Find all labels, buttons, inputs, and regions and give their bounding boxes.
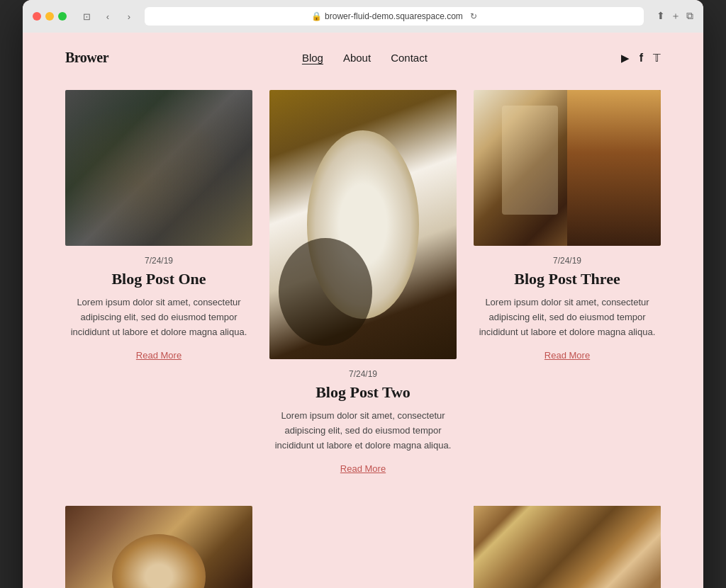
new-tab-icon[interactable]: ＋: [671, 10, 681, 23]
close-button[interactable]: [33, 12, 41, 21]
post1-excerpt: Lorem ipsum dolor sit amet, consectetur …: [68, 295, 250, 339]
sidebar-toggle-button[interactable]: ⊡: [78, 8, 95, 25]
forward-button[interactable]: ›: [121, 8, 138, 25]
youtube-icon[interactable]: ▶: [621, 52, 630, 64]
post2-body: 7/24/19 Blog Post Two Lorem ipsum dolor …: [269, 359, 457, 477]
url-text: brower-fluid-demo.squarespace.com: [325, 11, 463, 21]
address-bar[interactable]: 🔒 brower-fluid-demo.squarespace.com ↻: [145, 7, 644, 26]
post4-image: [65, 506, 252, 588]
facebook-icon[interactable]: f: [640, 52, 643, 64]
blog-card-1: 7/24/19 Blog Post One Lorem ipsum dolor …: [65, 90, 252, 477]
post1-body: 7/24/19 Blog Post One Lorem ipsum dolor …: [65, 246, 252, 364]
blog-card-3: 7/24/19 Blog Post Three Lorem ipsum dolo…: [474, 90, 661, 477]
back-button[interactable]: ‹: [99, 8, 116, 25]
nav-blog[interactable]: Blog: [302, 52, 323, 64]
tabs-icon[interactable]: ⧉: [686, 10, 693, 23]
post1-date: 7/24/19: [68, 256, 250, 266]
post3-date: 7/24/19: [476, 256, 658, 266]
post1-title: Blog Post One: [68, 270, 250, 288]
browser-window: ⊡ ‹ › 🔒 brower-fluid-demo.squarespace.co…: [23, 0, 703, 588]
center-spacer: [269, 506, 457, 588]
post1-image: [65, 90, 252, 246]
post3-read-more[interactable]: Read More: [544, 350, 590, 361]
post2-title: Blog Post Two: [272, 383, 454, 402]
post2-date: 7/24/19: [272, 369, 454, 379]
post2-image: [269, 90, 457, 359]
post3-body: 7/24/19 Blog Post Three Lorem ipsum dolo…: [474, 246, 661, 364]
nav-about[interactable]: About: [343, 52, 371, 64]
blog-card-2: 7/24/19 Blog Post Two Lorem ipsum dolor …: [269, 90, 457, 477]
blog-grid-top: 7/24/19 Blog Post One Lorem ipsum dolor …: [23, 83, 703, 506]
site-brand[interactable]: Brower: [65, 50, 108, 66]
twitter-icon[interactable]: 𝕋: [653, 52, 661, 64]
traffic-lights: [33, 12, 67, 21]
social-icons: ▶ f 𝕋: [621, 52, 661, 64]
reload-icon[interactable]: ↻: [470, 11, 477, 21]
maximize-button[interactable]: [58, 12, 67, 21]
post3-image: [474, 90, 661, 246]
browser-chrome: ⊡ ‹ › 🔒 brower-fluid-demo.squarespace.co…: [23, 0, 703, 33]
browser-controls: ⊡ ‹ ›: [78, 8, 138, 25]
post3-excerpt: Lorem ipsum dolor sit amet, consectetur …: [476, 295, 658, 339]
browser-actions: ⬆ ＋ ⧉: [657, 10, 693, 23]
post1-read-more[interactable]: Read More: [136, 350, 182, 361]
post2-excerpt: Lorem ipsum dolor sit amet, consectetur …: [272, 409, 454, 453]
squarespace-banner-card: Create A Site Like This Free trial. Inst…: [474, 506, 661, 588]
nav-contact[interactable]: Contact: [391, 52, 428, 64]
minimize-button[interactable]: [45, 12, 54, 21]
nav-links: Blog About Contact: [302, 52, 428, 64]
squarespace-banner[interactable]: Create A Site Like This Free trial. Inst…: [474, 506, 661, 588]
page-content: Brower Blog About Contact ▶ f 𝕋 7/24/19: [23, 33, 703, 588]
bottom-row: Create A Site Like This Free trial. Inst…: [23, 506, 703, 588]
blog-card-4: [65, 506, 252, 588]
share-icon[interactable]: ⬆: [657, 10, 665, 23]
post3-title: Blog Post Three: [476, 270, 658, 288]
navbar: Brower Blog About Contact ▶ f 𝕋: [23, 33, 703, 83]
lock-icon: 🔒: [311, 11, 322, 21]
post2-read-more[interactable]: Read More: [340, 463, 386, 474]
